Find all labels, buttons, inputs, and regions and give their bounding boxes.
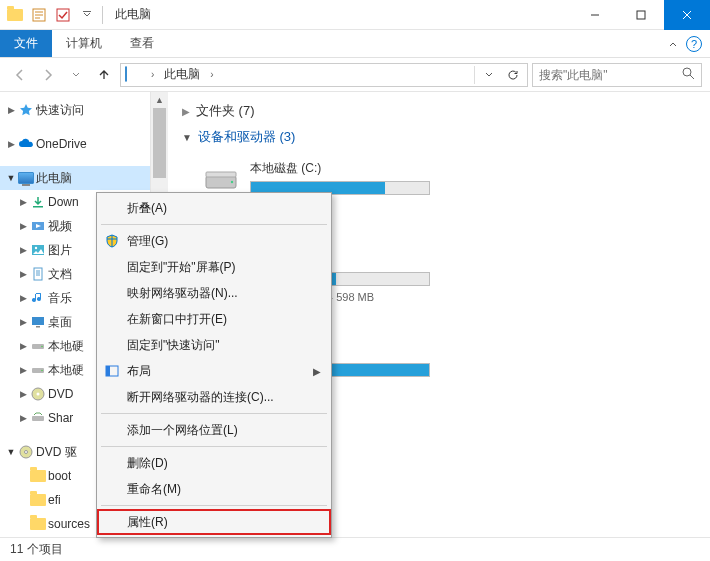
svg-point-23 — [231, 181, 233, 183]
context-menu-item-label: 重命名(M) — [127, 481, 181, 498]
svg-rect-18 — [32, 416, 44, 421]
item-icon — [30, 266, 46, 282]
context-menu: 折叠(A)管理(G)固定到"开始"屏幕(P)映射网络驱动器(N)...在新窗口中… — [96, 192, 332, 538]
search-field[interactable] — [532, 63, 702, 87]
titlebar: 此电脑 — [0, 0, 710, 30]
context-menu-separator — [101, 446, 327, 447]
item-icon — [30, 386, 46, 402]
drive-name: 本地磁盘 (C:) — [250, 160, 452, 177]
item-icon — [30, 362, 46, 378]
qat-app-icon[interactable] — [4, 4, 26, 26]
sidebar-item-quick-access[interactable]: ▶快速访问 — [0, 98, 150, 122]
item-icon — [30, 338, 46, 354]
devices-section-header[interactable]: 设备和驱动器 (3) — [182, 128, 696, 146]
svg-rect-9 — [34, 268, 42, 280]
context-menu-item[interactable]: 添加一个网络位置(L) — [97, 417, 331, 443]
svg-rect-3 — [637, 11, 645, 19]
back-button[interactable] — [8, 63, 32, 87]
item-icon — [30, 290, 46, 306]
context-menu-item[interactable]: 重命名(M) — [97, 476, 331, 502]
tab-view[interactable]: 查看 — [116, 30, 168, 57]
context-menu-item-label: 映射网络驱动器(N)... — [127, 285, 238, 302]
window-controls — [572, 0, 710, 30]
help-icon[interactable]: ? — [686, 36, 702, 52]
context-menu-item[interactable]: 布局▶ — [97, 358, 331, 384]
svg-rect-10 — [32, 317, 44, 325]
context-menu-item-label: 管理(G) — [127, 233, 168, 250]
folder-icon — [30, 468, 46, 484]
context-menu-item[interactable]: 属性(R) — [97, 509, 331, 535]
minimize-button[interactable] — [572, 0, 618, 30]
scrollbar-thumb[interactable] — [153, 108, 166, 178]
context-menu-item-label: 折叠(A) — [127, 200, 167, 217]
scroll-up-icon[interactable]: ▲ — [151, 92, 168, 108]
qat-divider — [102, 6, 103, 24]
svg-rect-5 — [33, 206, 43, 208]
chevron-right-icon[interactable]: › — [147, 69, 158, 80]
context-menu-item[interactable]: 折叠(A) — [97, 195, 331, 221]
context-menu-item[interactable]: 映射网络驱动器(N)... — [97, 280, 331, 306]
qat-dropdown[interactable] — [76, 4, 98, 26]
chevron-down-icon — [182, 132, 192, 143]
context-menu-item[interactable]: 固定到"快速访问" — [97, 332, 331, 358]
item-icon — [30, 242, 46, 258]
svg-point-17 — [37, 393, 40, 396]
svg-rect-32 — [106, 366, 110, 376]
maximize-button[interactable] — [618, 0, 664, 30]
item-icon — [30, 314, 46, 330]
context-menu-item-label: 属性(R) — [127, 514, 168, 531]
file-tab[interactable]: 文件 — [0, 30, 52, 57]
sidebar-item-onedrive[interactable]: ▶OneDrive — [0, 132, 150, 156]
context-menu-item[interactable]: 固定到"开始"屏幕(P) — [97, 254, 331, 280]
folder-icon — [30, 492, 46, 508]
context-menu-item[interactable]: 在新窗口中打开(E) — [97, 306, 331, 332]
folders-section-header[interactable]: 文件夹 (7) — [182, 102, 696, 120]
close-button[interactable] — [664, 0, 710, 30]
tab-computer[interactable]: 计算机 — [52, 30, 116, 57]
forward-button[interactable] — [36, 63, 60, 87]
window-title: 此电脑 — [109, 6, 157, 23]
svg-point-15 — [41, 370, 43, 372]
context-menu-item[interactable]: 管理(G) — [97, 228, 331, 254]
ribbon-tabs: 文件 计算机 查看 ? — [0, 30, 710, 58]
search-input[interactable] — [539, 68, 669, 82]
context-menu-item-label: 固定到"开始"屏幕(P) — [127, 259, 236, 276]
context-menu-separator — [101, 224, 327, 225]
pc-icon — [18, 170, 34, 186]
breadcrumb-root[interactable]: 此电脑 — [164, 66, 200, 83]
svg-rect-1 — [57, 9, 69, 21]
context-menu-item-label: 删除(D) — [127, 455, 168, 472]
qat-properties-icon[interactable] — [28, 4, 50, 26]
up-button[interactable] — [92, 63, 116, 87]
context-menu-item[interactable]: 断开网络驱动器的连接(C)... — [97, 384, 331, 410]
svg-point-4 — [683, 68, 691, 76]
chevron-right-icon[interactable]: › — [206, 69, 217, 80]
svg-rect-11 — [36, 326, 40, 328]
search-icon[interactable] — [682, 67, 695, 83]
quick-access-toolbar — [0, 4, 109, 26]
sidebar-item-this-pc[interactable]: ▼此电脑 — [0, 166, 150, 190]
chevron-right-icon — [182, 106, 190, 117]
address-dropdown[interactable] — [477, 63, 501, 87]
statusbar: 11 个项目 — [0, 537, 710, 561]
pc-icon — [125, 67, 141, 83]
chevron-right-icon: ▶ — [313, 366, 321, 377]
svg-point-13 — [41, 346, 43, 348]
item-icon — [30, 410, 46, 426]
address-field[interactable]: › 此电脑 › — [120, 63, 528, 87]
context-menu-item-label: 断开网络驱动器的连接(C)... — [127, 389, 274, 406]
svg-rect-2 — [83, 11, 91, 12]
svg-point-8 — [35, 247, 37, 249]
context-menu-separator — [101, 413, 327, 414]
recent-dropdown[interactable] — [64, 63, 88, 87]
context-menu-item-label: 布局 — [127, 363, 151, 380]
layout-icon — [103, 362, 121, 380]
context-menu-item-label: 在新窗口中打开(E) — [127, 311, 227, 328]
cloud-icon — [18, 136, 34, 152]
context-menu-item[interactable]: 删除(D) — [97, 450, 331, 476]
qat-checkbox-icon[interactable] — [52, 4, 74, 26]
refresh-icon[interactable] — [503, 65, 523, 85]
star-icon — [18, 102, 34, 118]
collapse-ribbon-icon[interactable] — [664, 35, 682, 53]
context-menu-separator — [101, 505, 327, 506]
